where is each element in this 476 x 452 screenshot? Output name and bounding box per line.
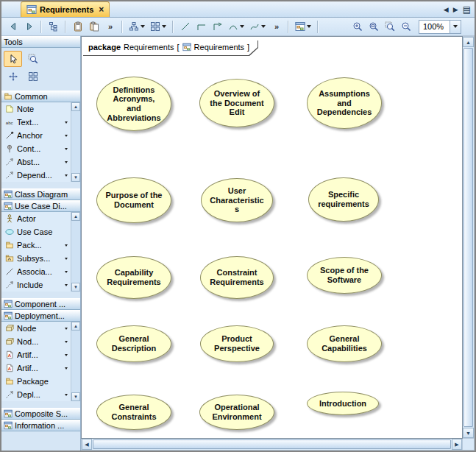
palette-item-package[interactable]: Pack... bbox=[1, 239, 71, 252]
previous-diagram-icon[interactable]: ◀ bbox=[444, 6, 449, 13]
palette-item-note[interactable]: Note bbox=[1, 102, 71, 116]
chevron-down-icon[interactable] bbox=[65, 148, 68, 150]
horizontal-scrollbar[interactable]: ◀ ▶ bbox=[81, 439, 463, 451]
use-case-node[interactable]: General Capabilities bbox=[307, 325, 382, 362]
zoom-tool-button[interactable] bbox=[24, 51, 42, 67]
pan-tool-button[interactable] bbox=[4, 68, 22, 85]
use-case-node[interactable]: Scope of the Software bbox=[307, 257, 382, 294]
palette-item-use-case[interactable]: Use Case bbox=[1, 225, 71, 239]
chevron-down-icon[interactable] bbox=[162, 25, 166, 28]
diagram-canvas[interactable]: package Requirements [ Requirements ] De… bbox=[81, 36, 463, 439]
palette-item-artifact-instance[interactable]: Artif... bbox=[1, 361, 71, 375]
chevron-down-icon[interactable] bbox=[65, 271, 68, 273]
zoom-selection-button[interactable] bbox=[382, 19, 397, 34]
palette-item-dependency[interactable]: Depend... bbox=[1, 169, 71, 182]
scroll-up-icon[interactable]: ▲ bbox=[71, 102, 80, 111]
palette-item-deployment[interactable]: Depl... bbox=[1, 388, 71, 401]
zoom-level-select[interactable]: 100% bbox=[419, 20, 461, 34]
scroll-left-icon[interactable]: ◀ bbox=[82, 439, 92, 450]
scroll-up-icon[interactable]: ▲ bbox=[71, 212, 80, 221]
chevron-down-icon[interactable] bbox=[65, 284, 68, 286]
containment-tree-button[interactable] bbox=[46, 19, 61, 34]
zoom-in-button[interactable] bbox=[349, 19, 365, 34]
palette-item-subsystem[interactable]: Subsys... bbox=[1, 252, 71, 265]
use-case-node[interactable]: User Characteristics bbox=[201, 178, 273, 222]
copy-button[interactable] bbox=[86, 19, 102, 34]
palette-item-abstraction[interactable]: Abst... bbox=[1, 155, 71, 169]
use-case-node[interactable]: Product Perspective bbox=[200, 325, 274, 362]
close-tab-icon[interactable]: × bbox=[99, 5, 104, 14]
scroll-right-icon[interactable]: ▶ bbox=[452, 439, 462, 450]
use-case-node[interactable]: Introduction bbox=[307, 392, 379, 415]
use-case-node[interactable]: Operational Environment bbox=[199, 395, 274, 430]
next-diagram-icon[interactable]: ▶ bbox=[453, 6, 458, 13]
use-case-node[interactable]: General Description bbox=[96, 325, 171, 362]
diagram-options-button[interactable] bbox=[293, 19, 313, 34]
scroll-down-icon[interactable]: ▼ bbox=[71, 283, 80, 292]
use-case-node[interactable]: Definitions Acronyms, and Abbreviations bbox=[96, 77, 171, 131]
toolbar-overflow-button-2[interactable]: » bbox=[269, 19, 284, 34]
use-case-node[interactable]: Assumptions and Dependencies bbox=[307, 77, 382, 129]
scroll-track[interactable] bbox=[71, 111, 80, 173]
palette-item-containment[interactable]: Cont... bbox=[1, 142, 71, 155]
grid-tool-button[interactable] bbox=[24, 68, 42, 85]
palette-item-node-instance[interactable]: Nod... bbox=[1, 335, 71, 348]
draw-line-button[interactable] bbox=[177, 19, 193, 34]
scroll-track[interactable] bbox=[71, 221, 80, 283]
scrollbar-thumb[interactable] bbox=[463, 48, 473, 427]
layout-tree-button[interactable] bbox=[127, 19, 147, 34]
palette-item-anchor[interactable]: Anchor bbox=[1, 129, 71, 142]
palette-item-artifact[interactable]: Artif... bbox=[1, 348, 71, 361]
diagram-list-icon[interactable]: ▤ bbox=[463, 4, 471, 15]
chevron-down-icon[interactable] bbox=[65, 258, 68, 260]
palette-item-text[interactable]: Text... bbox=[1, 116, 71, 129]
tab-requirements[interactable]: Requirements × bbox=[21, 1, 110, 17]
chevron-down-icon[interactable] bbox=[65, 354, 68, 356]
scroll-up-icon[interactable]: ▲ bbox=[463, 37, 474, 47]
section-header-deployment-diagram[interactable]: Deployment... bbox=[1, 310, 80, 322]
chevron-down-icon[interactable] bbox=[65, 328, 68, 330]
layout-grid-button[interactable] bbox=[148, 19, 168, 34]
chevron-down-icon[interactable] bbox=[65, 174, 68, 177]
draw-arc-button[interactable] bbox=[226, 19, 246, 34]
select-tool-button[interactable] bbox=[4, 51, 22, 67]
palette-item-node[interactable]: Node bbox=[1, 322, 71, 335]
chevron-down-icon[interactable] bbox=[65, 135, 68, 137]
section-header-class-diagram[interactable]: Class Diagram bbox=[1, 188, 80, 200]
draw-spline-button[interactable] bbox=[247, 19, 268, 34]
chevron-down-icon[interactable] bbox=[307, 25, 311, 28]
vertical-scrollbar[interactable]: ▲ ▼ bbox=[463, 36, 475, 439]
zoom-out-button[interactable] bbox=[398, 19, 413, 34]
section-header-composite-structure[interactable]: Composite S... bbox=[1, 408, 80, 420]
scroll-down-icon[interactable]: ▼ bbox=[463, 428, 474, 438]
section-header-component-diagram[interactable]: Component ... bbox=[1, 298, 80, 310]
section-header-common[interactable]: Common bbox=[1, 91, 80, 102]
use-case-node[interactable]: Capability Requirements bbox=[96, 256, 171, 299]
chevron-down-icon[interactable] bbox=[65, 161, 68, 163]
use-case-node[interactable]: Overview of the Document Edit bbox=[199, 79, 274, 127]
palette-item-actor[interactable]: Actor bbox=[1, 212, 71, 225]
forward-button[interactable] bbox=[21, 19, 37, 34]
use-case-node[interactable]: Purpose of the Document bbox=[96, 177, 171, 223]
toolbar-overflow-button[interactable]: » bbox=[102, 19, 118, 34]
scroll-down-icon[interactable]: ▼ bbox=[71, 173, 80, 182]
chevron-down-icon[interactable] bbox=[65, 244, 68, 247]
use-case-node[interactable]: Constraint Requirements bbox=[200, 256, 274, 299]
scrollbar-thumb[interactable] bbox=[93, 439, 451, 449]
palette-item-include[interactable]: Include bbox=[1, 278, 71, 292]
use-case-node[interactable]: Specific requirements bbox=[308, 177, 379, 222]
chevron-down-icon[interactable] bbox=[240, 25, 244, 28]
scroll-down-icon[interactable]: ▼ bbox=[71, 392, 80, 401]
paste-button[interactable] bbox=[70, 19, 85, 34]
scroll-track[interactable] bbox=[71, 331, 80, 392]
chevron-down-icon[interactable] bbox=[65, 394, 68, 396]
draw-polyline-button[interactable] bbox=[193, 19, 209, 34]
palette-item-package-deployment[interactable]: Package bbox=[1, 375, 71, 388]
section-header-use-case-diagram[interactable]: Use Case Di... bbox=[1, 200, 80, 212]
scroll-up-icon[interactable]: ▲ bbox=[71, 322, 80, 331]
chevron-down-icon[interactable] bbox=[65, 367, 68, 370]
combo-dropdown-button[interactable] bbox=[450, 21, 461, 33]
use-case-node[interactable]: General Constraints bbox=[96, 395, 171, 430]
back-button[interactable] bbox=[5, 19, 21, 34]
chevron-down-icon[interactable] bbox=[261, 25, 266, 28]
